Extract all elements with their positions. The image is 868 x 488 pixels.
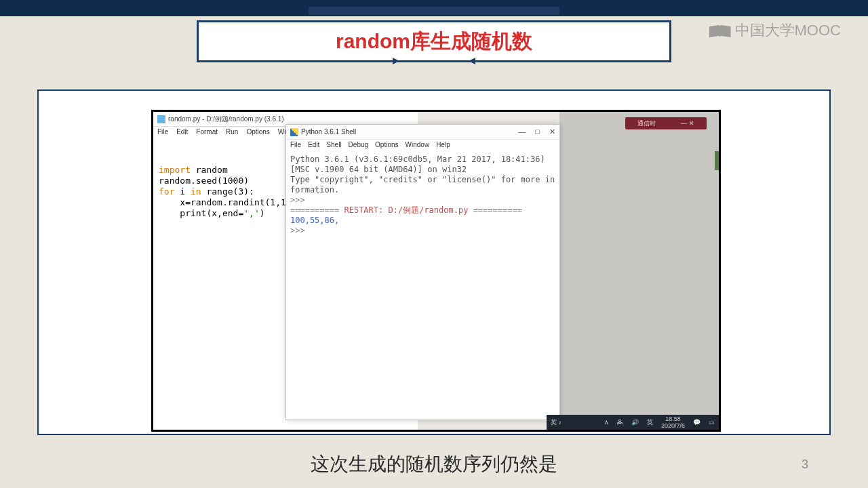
- tray-notification-icon[interactable]: 💬: [693, 419, 701, 426]
- content-frame: 通信时— ✕ random.py - D:/例题/random.py (3.6.…: [37, 89, 831, 435]
- restart-line: ========== RESTART: D:/例题/random.py ====…: [290, 205, 522, 215]
- menu-file[interactable]: File: [157, 128, 168, 138]
- shell-menu-shell[interactable]: Shell: [326, 141, 341, 150]
- shell-menu-bar[interactable]: File Edit Shell Debug Options Window Hel…: [286, 140, 559, 152]
- maximize-icon[interactable]: □: [535, 127, 540, 136]
- python-banner: Python 3.6.1 (v3.6.1:69c0db5, Mar 21 201…: [290, 155, 555, 195]
- tray-up-icon[interactable]: ∧: [604, 419, 609, 426]
- tray-lang[interactable]: 英: [647, 418, 653, 427]
- shell-menu-window[interactable]: Window: [406, 141, 430, 150]
- python-shell-window: Python 3.6.1 Shell — □ ✕ File Edit Shell…: [285, 124, 560, 420]
- close-icon[interactable]: ✕: [549, 127, 555, 136]
- menu-edit[interactable]: Edit: [176, 128, 188, 138]
- kw-import: import: [159, 165, 191, 175]
- title-arrow-left-icon: [199, 60, 395, 62]
- program-output: 100,55,86,: [290, 216, 339, 225]
- shell-menu-help[interactable]: Help: [436, 141, 450, 150]
- page-number: 3: [802, 458, 808, 472]
- shell-menu-file[interactable]: File: [290, 141, 301, 150]
- menu-options[interactable]: Options: [246, 128, 269, 138]
- top-bar-accent: [309, 7, 559, 15]
- document-icon: [157, 115, 165, 123]
- title-arrow-right-icon: [473, 60, 669, 62]
- watermark-text: 中国大学MOOC: [735, 20, 841, 41]
- tray-network-icon[interactable]: 🖧: [617, 419, 623, 426]
- slide-title-box: random库生成随机数: [197, 20, 671, 62]
- shell-window-title: Python 3.6.1 Shell: [301, 128, 356, 136]
- shell-prompt: >>>: [290, 195, 305, 205]
- taskbar-lang[interactable]: 英 ♪: [551, 418, 561, 427]
- shell-menu-debug[interactable]: Debug: [349, 141, 368, 150]
- kw-in: in: [191, 186, 201, 197]
- kw-for: for: [159, 186, 174, 197]
- top-navy-bar: [0, 0, 868, 16]
- shell-prompt-2: >>>: [290, 226, 305, 235]
- shell-output[interactable]: Python 3.6.1 (v3.6.1:69c0db5, Mar 21 201…: [286, 152, 559, 420]
- tray-action-icon[interactable]: ▭: [709, 419, 715, 426]
- window-controls: — □ ✕: [518, 127, 555, 136]
- video-subtitle: 这次生成的随机数序列仍然是: [311, 451, 557, 477]
- tray-sound-icon[interactable]: 🔊: [631, 419, 639, 426]
- scrollbar-thumb: [715, 151, 719, 170]
- shell-menu-options[interactable]: Options: [375, 141, 398, 150]
- minimize-icon[interactable]: —: [518, 127, 526, 136]
- windows-taskbar[interactable]: 英 ♪ ∧ 🖧 🔊 英 18:582020/7/6 💬 ▭: [547, 415, 719, 430]
- shell-title-bar: Python 3.6.1 Shell — □ ✕: [286, 125, 559, 140]
- desktop-right-panel: 通信时— ✕: [559, 112, 719, 430]
- slide-title: random库生成随机数: [336, 28, 532, 56]
- menu-run[interactable]: Run: [226, 128, 238, 138]
- python-icon: [290, 128, 298, 136]
- mooc-watermark: 中国大学MOOC: [709, 20, 841, 41]
- shell-menu-edit[interactable]: Edit: [308, 141, 319, 150]
- desktop-screenshot: 通信时— ✕ random.py - D:/例题/random.py (3.6.…: [151, 110, 721, 432]
- string-literal: ',': [243, 208, 259, 218]
- taskbar-clock[interactable]: 18:582020/7/6: [661, 415, 685, 429]
- book-icon: [709, 24, 731, 37]
- idle-window-title: random.py - D:/例题/random.py (3.6.1): [168, 115, 284, 124]
- notification-widget: 通信时— ✕: [625, 117, 707, 129]
- menu-format[interactable]: Format: [196, 128, 218, 138]
